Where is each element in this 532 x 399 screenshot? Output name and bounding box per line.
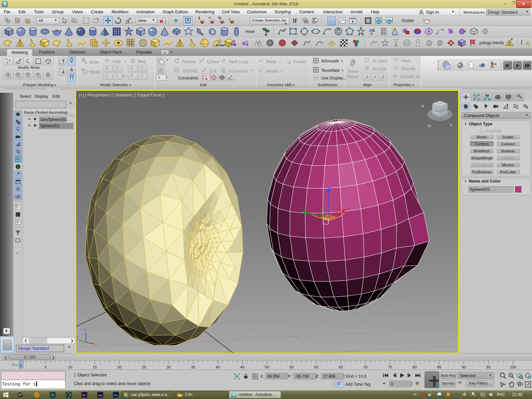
- svg-text:35: 35: [191, 365, 196, 369]
- svg-text:y: y: [300, 207, 301, 210]
- svg-text:70: 70: [363, 365, 368, 369]
- svg-text:30: 30: [167, 365, 171, 369]
- svg-text:100: 100: [510, 365, 516, 369]
- svg-text:55: 55: [290, 365, 294, 369]
- svg-text:x: x: [348, 207, 349, 211]
- svg-text:75: 75: [388, 365, 392, 369]
- svg-text:85: 85: [437, 365, 442, 369]
- svg-text:80: 80: [413, 365, 417, 369]
- svg-text:W: W: [428, 124, 431, 128]
- svg-text:z: z: [330, 187, 332, 190]
- svg-text:Ae: Ae: [98, 393, 102, 397]
- svg-text:Pr: Pr: [82, 393, 85, 397]
- svg-text:30: 30: [394, 75, 396, 77]
- svg-text:x: x: [95, 342, 97, 346]
- svg-text:90: 90: [462, 365, 466, 369]
- svg-text:60: 60: [314, 365, 319, 369]
- svg-text:40: 40: [216, 365, 220, 369]
- svg-text:y: y: [77, 335, 79, 339]
- svg-text:Ps: Ps: [114, 393, 118, 397]
- svg-text:ID: ID: [355, 44, 358, 47]
- svg-text:15: 15: [93, 365, 97, 369]
- svg-text:S: S: [450, 123, 452, 127]
- svg-text:50: 50: [265, 365, 269, 369]
- svg-text:45: 45: [240, 365, 245, 369]
- svg-text:z: z: [84, 328, 86, 332]
- svg-text:N: N: [421, 104, 424, 108]
- svg-text:65: 65: [339, 365, 343, 369]
- svg-text:10: 10: [68, 365, 72, 369]
- svg-text:c: c: [370, 31, 373, 36]
- svg-text:5: 5: [45, 365, 47, 369]
- svg-text:25: 25: [142, 365, 146, 369]
- svg-text:20: 20: [117, 365, 122, 369]
- svg-text:TOP: TOP: [437, 102, 442, 105]
- svg-text:95: 95: [486, 365, 491, 369]
